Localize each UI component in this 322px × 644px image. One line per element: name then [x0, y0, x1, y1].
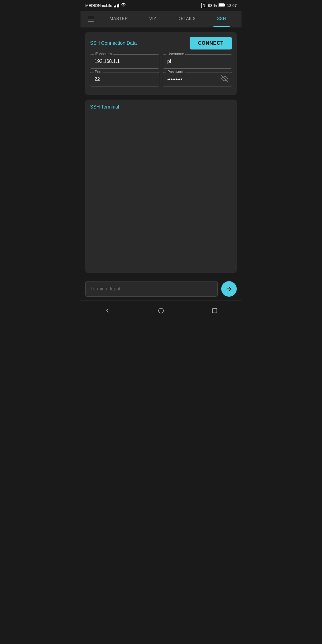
clock: 12:07 [227, 3, 237, 8]
svg-point-4 [159, 308, 164, 313]
tab-master[interactable]: MASTER [106, 11, 131, 27]
tab-details[interactable]: DETAILS [174, 11, 199, 27]
ssh-connection-title: SSH Connection Data [90, 41, 137, 46]
svg-rect-5 [213, 309, 217, 313]
card-header: SSH Connection Data CONNECT [90, 37, 232, 49]
port-input[interactable] [90, 72, 159, 86]
ssh-terminal-card: SSH Terminal [85, 100, 237, 273]
signal-bars-icon [114, 3, 119, 7]
username-label: Username [166, 52, 185, 56]
arrow-right-icon [226, 286, 232, 292]
ssh-connection-card: SSH Connection Data CONNECT IP Address U… [85, 32, 237, 95]
nav-tabs: MASTER VIZ DETAILS SSH [99, 11, 237, 27]
system-nav-bar [80, 300, 242, 322]
toggle-password-icon[interactable] [221, 75, 228, 83]
port-field: Port [90, 72, 159, 86]
send-button[interactable] [221, 281, 237, 297]
connect-button[interactable]: CONNECT [190, 37, 232, 49]
ip-address-field: IP Address [90, 54, 159, 69]
status-bar: MEDIONmobile N 98 % 12:07 [80, 0, 242, 11]
tab-ssh[interactable]: SSH [213, 11, 230, 27]
home-icon [158, 307, 164, 314]
nav-bar: MASTER VIZ DETAILS SSH [80, 11, 242, 27]
main-content: SSH Connection Data CONNECT IP Address U… [80, 27, 242, 278]
terminal-output [90, 113, 232, 218]
username-field: Username [163, 54, 232, 69]
bottom-bar [80, 278, 242, 300]
port-label: Port [94, 70, 103, 74]
back-button[interactable] [101, 304, 114, 317]
nfc-icon: N [201, 3, 206, 8]
tab-viz[interactable]: VIZ [146, 11, 160, 27]
status-left: MEDIONmobile [85, 3, 126, 8]
password-field: Password [163, 72, 232, 86]
home-button[interactable] [154, 304, 168, 317]
carrier-name: MEDIONmobile [85, 3, 112, 8]
password-wrapper [163, 72, 232, 86]
svg-rect-1 [225, 4, 225, 6]
password-label: Password [166, 70, 185, 74]
svg-rect-2 [219, 4, 224, 6]
back-icon [104, 307, 111, 314]
hamburger-menu[interactable] [85, 14, 97, 24]
ip-address-label: IP Address [94, 52, 113, 56]
status-right: N 98 % 12:07 [201, 3, 237, 8]
recents-icon [211, 307, 218, 314]
ip-address-input[interactable] [90, 54, 159, 69]
battery-icon [219, 3, 225, 8]
ssh-terminal-title: SSH Terminal [90, 104, 232, 110]
form-row-ip-username: IP Address Username [90, 54, 232, 69]
terminal-input[interactable] [85, 281, 218, 297]
wifi-icon [121, 3, 126, 8]
form-row-port-password: Port Password [90, 72, 232, 86]
battery-percent: 98 % [208, 3, 217, 8]
username-input[interactable] [163, 54, 232, 69]
recents-button[interactable] [208, 304, 221, 317]
